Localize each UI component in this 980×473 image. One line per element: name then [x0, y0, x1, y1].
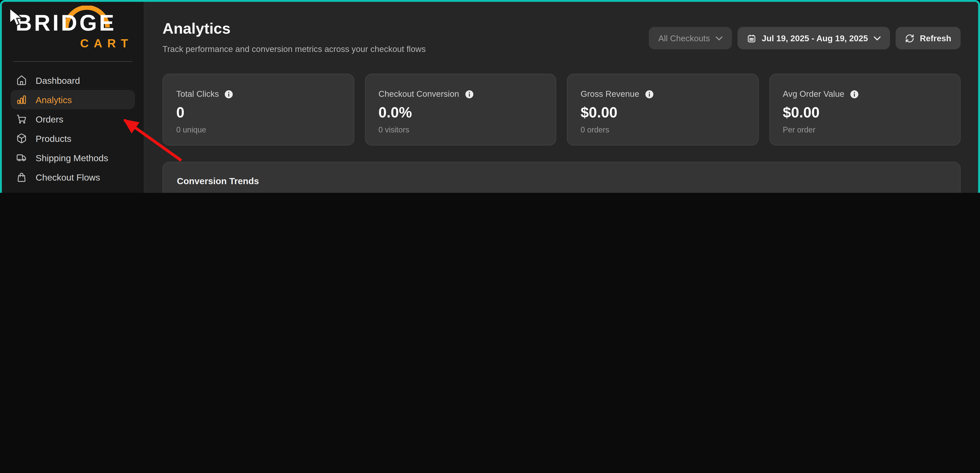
stat-label: Checkout Conversion — [379, 89, 459, 99]
page-header: Analytics Track performance and conversi… — [162, 20, 961, 54]
stat-label: Total Clicks — [177, 89, 219, 99]
refresh-button[interactable]: Refresh — [896, 27, 961, 49]
sidebar-item-label: Checkout Flows — [36, 172, 100, 182]
sidebar-item-products[interactable]: Products — [2, 129, 144, 148]
stat-value: $0.00 — [581, 105, 745, 121]
stat-sub: 0 orders — [581, 125, 745, 134]
stat-value: 0 — [177, 105, 340, 121]
sidebar: BRIDGE CART Dashboard Analytics Orders P… — [2, 2, 144, 193]
sidebar-item-shipping-methods[interactable]: Shipping Methods — [2, 148, 144, 167]
conversion-trends-panel: Conversion Trends No conversion data ava… — [162, 162, 961, 193]
sidebar-item-label: Shipping Methods — [36, 153, 108, 163]
stat-value: $0.00 — [783, 105, 947, 121]
stat-sub: Per order — [783, 125, 947, 134]
stat-label: Avg Order Value — [783, 89, 845, 99]
bar-chart-icon — [16, 94, 27, 105]
logo-wordmark: BRIDGE — [16, 11, 132, 36]
page-title: Analytics — [162, 20, 426, 37]
sidebar-item-label: Dashboard — [36, 75, 80, 85]
checkout-filter-dropdown[interactable]: All Checkouts — [649, 27, 732, 49]
box-icon — [16, 133, 27, 144]
stat-value: 0.0% — [379, 105, 542, 121]
brand-logo: BRIDGE CART — [2, 2, 144, 51]
info-icon[interactable] — [224, 90, 233, 98]
checkout-filter-label: All Checkouts — [659, 33, 710, 43]
stat-card-gross-revenue: Gross Revenue $0.00 0 orders — [567, 74, 759, 146]
sidebar-nav: Dashboard Analytics Orders Products Ship… — [2, 71, 144, 193]
sidebar-item-crm-connectors[interactable]: CRM Connectors — [2, 187, 144, 193]
header-controls: All Checkouts Jul 19, 2025 - Aug 19, 202… — [649, 27, 961, 49]
stat-card-checkout-conversion: Checkout Conversion 0.0% 0 visitors — [365, 74, 557, 146]
stat-label: Gross Revenue — [581, 89, 639, 99]
stat-sub: 0 visitors — [379, 125, 542, 134]
refresh-label: Refresh — [920, 33, 951, 43]
sidebar-item-checkout-flows[interactable]: Checkout Flows — [2, 167, 144, 187]
stat-sub: 0 unique — [177, 125, 340, 134]
page-titles: Analytics Track performance and conversi… — [162, 20, 426, 54]
cart-icon — [16, 113, 27, 125]
truck-icon — [16, 152, 27, 163]
panel-title: Conversion Trends — [177, 176, 947, 186]
sidebar-item-analytics[interactable]: Analytics — [11, 90, 135, 109]
sidebar-item-label: CRM Connectors — [36, 192, 105, 193]
sidebar-item-label: Analytics — [36, 95, 72, 105]
date-range-picker[interactable]: Jul 19, 2025 - Aug 19, 2025 — [737, 27, 890, 49]
app-window: BRIDGE CART Dashboard Analytics Orders P… — [0, 0, 980, 193]
home-icon — [16, 75, 27, 86]
screenshot-stage: BRIDGE CART Dashboard Analytics Orders P… — [0, 0, 980, 193]
chevron-down-icon — [716, 36, 722, 40]
main-content: Analytics Track performance and conversi… — [145, 2, 978, 193]
info-icon[interactable] — [465, 90, 473, 98]
sidebar-item-label: Orders — [36, 114, 64, 124]
stats-row: Total Clicks 0 0 unique Checkout Convers… — [162, 74, 961, 146]
page-subtitle: Track performance and conversion metrics… — [162, 44, 426, 54]
drive-icon — [16, 191, 27, 193]
date-range-label: Jul 19, 2025 - Aug 19, 2025 — [762, 33, 868, 43]
calendar-icon — [747, 33, 756, 43]
sidebar-item-label: Products — [36, 133, 72, 143]
logo-wordmark-sub: CART — [16, 36, 133, 51]
sidebar-divider — [13, 61, 132, 62]
chevron-down-icon — [873, 36, 880, 40]
sidebar-item-orders[interactable]: Orders — [2, 109, 144, 129]
stat-card-total-clicks: Total Clicks 0 0 unique — [162, 74, 354, 146]
refresh-icon — [905, 33, 914, 43]
shopping-bag-icon — [16, 171, 27, 183]
sidebar-item-dashboard[interactable]: Dashboard — [2, 71, 144, 90]
info-icon[interactable] — [850, 90, 859, 98]
stat-card-avg-order-value: Avg Order Value $0.00 Per order — [769, 74, 961, 146]
info-icon[interactable] — [645, 90, 654, 98]
